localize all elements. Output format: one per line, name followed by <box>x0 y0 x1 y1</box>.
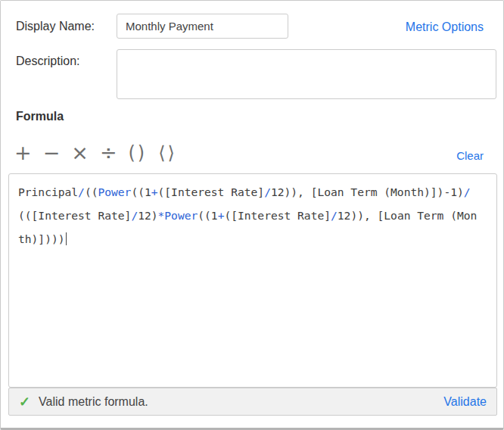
description-textarea[interactable] <box>117 49 496 99</box>
operator-parentheses-button[interactable]: () <box>129 140 148 166</box>
description-label: Description: <box>16 55 79 68</box>
formula-heading: Formula <box>16 110 64 123</box>
operator-angle-brackets-button[interactable]: ⟨⟩ <box>158 140 177 166</box>
validation-status-bar: ✓ Valid metric formula. Validate <box>8 388 497 416</box>
display-name-label: Display Name: <box>16 20 95 33</box>
metric-editor-panel: Display Name: Metric Options Description… <box>0 0 504 430</box>
operator-add-button[interactable]: + <box>14 140 32 166</box>
operator-divide-button[interactable]: ÷ <box>100 140 117 166</box>
operator-multiply-button[interactable]: × <box>71 140 89 166</box>
validate-link[interactable]: Validate <box>443 395 487 409</box>
clear-link[interactable]: Clear <box>456 149 484 162</box>
formula-line: (([Interest Rate]/12)*Power((1+([Interes… <box>18 204 487 227</box>
operator-subtract-button[interactable]: − <box>43 140 61 166</box>
text-cursor <box>66 232 67 245</box>
formula-editor[interactable]: Principal/((Power((1+([Interest Rate]/12… <box>8 173 497 388</box>
valid-check-icon: ✓ <box>19 394 30 410</box>
validation-message: Valid metric formula. <box>39 395 148 409</box>
formula-line: th)]))) <box>18 227 487 251</box>
operator-toolbar: +−×÷()⟨⟩ <box>14 140 188 166</box>
display-name-input[interactable] <box>117 14 288 39</box>
metric-options-link[interactable]: Metric Options <box>406 20 484 34</box>
formula-line: Principal/((Power((1+([Interest Rate]/12… <box>18 180 487 204</box>
